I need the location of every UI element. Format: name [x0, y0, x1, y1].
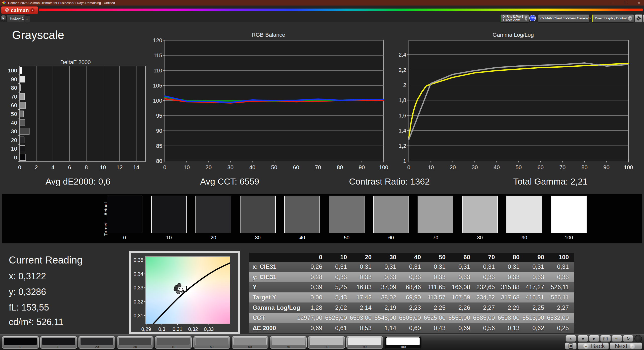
tick-label: 0,3	[158, 326, 165, 332]
grayscale-swatch-strip: Actual Target 0102030405060708090100	[2, 194, 642, 243]
tick-label: 30	[11, 128, 17, 135]
table-cell: 6559,00	[451, 313, 476, 323]
stat-avg-de2000: Avg dE2000: 0,6	[46, 177, 110, 187]
table-row-label: x: CIE31	[249, 262, 303, 272]
meter-name: X-Rite i1Pro 3	[503, 15, 524, 18]
play-icon: ▶	[593, 337, 595, 340]
pattern-swatch	[272, 337, 305, 345]
tick-label: 14	[133, 164, 139, 170]
record-indicator-button[interactable]	[634, 335, 642, 342]
table-cell: 0,31	[426, 262, 451, 272]
swatch-level-label: 90	[506, 235, 542, 241]
tick-label: 100	[379, 164, 388, 170]
tick-label: 10	[184, 164, 190, 170]
continuous-button[interactable]: ∞	[612, 335, 622, 342]
table-col-header-90: 90	[525, 253, 550, 262]
display-control-dropdown[interactable]: Direct Display Control ▼	[592, 14, 634, 22]
swatch-level-label: 40	[284, 235, 320, 241]
back-chevron-icon: «	[583, 343, 589, 349]
pattern-level-button-40[interactable]: 40	[155, 336, 192, 349]
table-col-header-60: 60	[451, 253, 476, 262]
pattern-level-label: 50	[194, 345, 230, 349]
next-button[interactable]: Next »	[610, 342, 642, 349]
minimize-icon[interactable]: –	[608, 0, 615, 5]
table-cell: 6625,00	[328, 313, 352, 323]
tick-label: 10	[100, 164, 106, 170]
pattern-level-button-90[interactable]: 90	[346, 336, 383, 349]
collapse-panel-button[interactable]: ▲	[566, 335, 576, 342]
pattern-swatch	[80, 337, 113, 345]
pattern-level-button-30[interactable]: 30	[117, 336, 153, 349]
tick-label: 1,2	[398, 143, 406, 149]
pattern-swatch	[157, 337, 190, 345]
gamma-loglog-chart: Gamma Log/Log2,42,221,81,61,41,210102030…	[395, 30, 644, 176]
pattern-swatch	[42, 337, 75, 345]
tick-label: 80	[11, 85, 17, 91]
tick-label: 30	[227, 164, 233, 170]
deltae-bar-80	[20, 85, 21, 91]
swatch-level-label: 60	[373, 235, 409, 241]
back-label: Back	[591, 342, 605, 350]
tick-label: 95	[156, 113, 162, 119]
pattern-level-button-60[interactable]: 60	[232, 336, 268, 349]
pattern-level-button-50[interactable]: 50	[193, 336, 230, 349]
pattern-level-button-10[interactable]: 10	[40, 336, 77, 349]
pattern-level-button-0[interactable]: 0	[2, 336, 39, 349]
cie-chart-panel: 0,350,340,330,320,310,290,30,310,320,33	[129, 251, 240, 334]
tick-label: 70	[559, 164, 566, 170]
range-button[interactable]: [··]	[600, 335, 611, 342]
pattern-level-label: 80	[308, 345, 345, 349]
pattern-swatch	[386, 337, 420, 345]
tick-label: 1,4	[398, 127, 406, 134]
deltae-bar-100	[20, 67, 22, 74]
settings-button[interactable]	[635, 14, 642, 22]
table-col-header-80: 80	[500, 253, 525, 262]
calman-logo-text: calman	[11, 8, 29, 13]
pattern-swatch	[195, 337, 228, 345]
tick-label: 105	[153, 82, 162, 89]
tick-label: 0	[163, 164, 166, 170]
play-button[interactable]: ▶	[589, 335, 599, 342]
tick-label: 2,4	[398, 52, 406, 58]
pattern-level-button-70[interactable]: 70	[270, 336, 307, 349]
collapse-toolbar-button[interactable]: ◀	[643, 14, 644, 22]
meter-dropdown[interactable]: X-Rite i1Pro 3 Direct View ▼	[500, 14, 529, 22]
tick-label: 0,29	[141, 326, 151, 332]
stop-pattern-button[interactable]: ■	[565, 342, 577, 349]
table-row: ΔE 20000,690,610,531,140,600,430,690,560…	[249, 323, 574, 333]
pattern-level-button-20[interactable]: 20	[78, 336, 115, 349]
current-reading-title: Current Reading	[9, 254, 83, 266]
calman-diamond-outline-icon	[5, 8, 9, 13]
add-tab-button[interactable]: +	[24, 15, 30, 22]
table-row: CCT12977,006625,006593,006548,006605,006…	[249, 313, 574, 323]
table-cell: 0,31	[525, 262, 550, 272]
stop-icon: ■	[582, 337, 584, 340]
loop-button[interactable]: ↻	[623, 335, 633, 342]
table-cell: 0,25	[550, 323, 574, 333]
back-button[interactable]: « Back	[578, 342, 609, 349]
tick-label: 50	[11, 111, 17, 117]
table-cell: 111,65	[426, 282, 451, 292]
tick-label: 10	[428, 164, 434, 170]
maximize-icon[interactable]	[622, 0, 629, 5]
pattern-generator-dropdown[interactable]: CalMAN Client 3 Pattern Generator ▼	[538, 14, 589, 22]
tick-label: 0	[18, 164, 21, 170]
pattern-level-button-80[interactable]: 80	[308, 336, 345, 349]
pattern-level-button-100[interactable]: 100	[385, 336, 421, 349]
stop-button[interactable]: ■	[578, 335, 588, 342]
table-cell: 0,33	[352, 272, 377, 282]
reading-x: x: 0,3122	[9, 271, 46, 282]
tick-label: RGB Balance	[252, 32, 285, 38]
table-cell: 12977,00	[303, 313, 328, 323]
swatch-level-label: 50	[329, 235, 365, 241]
expand-tabs-icon[interactable]: ▶	[1, 15, 7, 21]
close-icon[interactable]: ×	[635, 0, 642, 5]
table-cell: 69,90	[402, 292, 426, 303]
calman-menu-button[interactable]: calman ▼	[1, 6, 38, 14]
tick-label: 40	[11, 120, 17, 126]
grayscale-swatch-90	[506, 196, 542, 233]
tick-label: 20	[450, 164, 456, 170]
swatch-level-label: 100	[551, 235, 587, 241]
table-cell: 6532,00	[550, 313, 574, 323]
table-cell: 416,31	[525, 292, 550, 303]
